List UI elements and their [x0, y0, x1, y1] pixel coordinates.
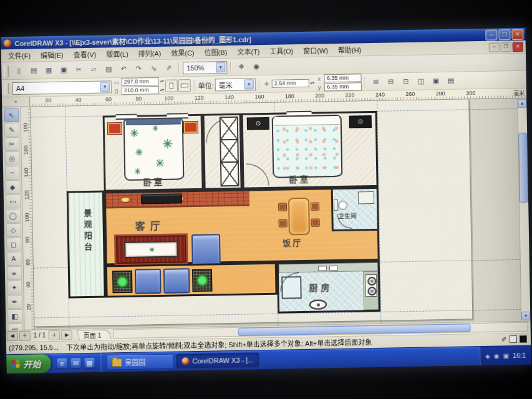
- bathroom-room[interactable]: 卫生间: [331, 187, 379, 231]
- close-icon[interactable]: ✕: [511, 29, 523, 39]
- snap-to-objects-icon[interactable]: ⊡: [399, 74, 413, 88]
- spinner-arrows-icon[interactable]: ▴▾: [160, 89, 164, 92]
- paper-size-combo[interactable]: A4 ▾: [12, 80, 112, 95]
- bedroom-right-label[interactable]: 卧室: [289, 173, 310, 186]
- spinner-arrows-icon[interactable]: ▴▾: [160, 80, 164, 83]
- menu-item[interactable]: 版面(L): [102, 47, 133, 60]
- tv-cabinet[interactable]: [141, 193, 182, 204]
- text-tool-icon[interactable]: A: [6, 252, 21, 266]
- restore-icon[interactable]: ❐: [498, 29, 510, 40]
- bed-left[interactable]: [123, 117, 185, 181]
- task-button-folder[interactable]: 吴园园: [106, 354, 173, 370]
- last-page-icon[interactable]: ▶: [61, 330, 72, 340]
- balcony-room[interactable]: 景观阳台: [67, 191, 106, 299]
- dining-chair[interactable]: [311, 203, 319, 211]
- living-room-label[interactable]: 客厅: [135, 218, 165, 233]
- menu-item[interactable]: 帮助(H): [334, 43, 366, 56]
- paper-height-field[interactable]: 210.0 mm: [122, 86, 159, 95]
- dining-chair[interactable]: [278, 203, 287, 211]
- network-tray-icon[interactable]: ▣: [503, 352, 509, 359]
- bedroom-left-label[interactable]: 卧室: [143, 175, 164, 188]
- page-tab[interactable]: 页面 1: [77, 329, 112, 340]
- bathroom-label[interactable]: 卫生间: [338, 211, 357, 220]
- smart-fill-tool-icon[interactable]: ◆: [5, 180, 20, 194]
- rectangle-tool-icon[interactable]: ▭: [5, 195, 20, 208]
- corel-online-icon[interactable]: ◉: [249, 60, 263, 74]
- cut-icon[interactable]: ✂: [72, 63, 85, 77]
- mail-icon[interactable]: ✉: [70, 358, 80, 368]
- nudge-field[interactable]: 2.54 mm: [272, 79, 309, 88]
- zoom-tool-icon[interactable]: ◎: [4, 151, 19, 165]
- outline-tool-icon[interactable]: ✒: [7, 295, 22, 309]
- copy-icon[interactable]: ▱: [87, 62, 100, 76]
- combo-arrow-icon[interactable]: ▾: [244, 79, 254, 89]
- bedroom-right-room[interactable]: ⊙ ⊙ 卧室: [241, 111, 379, 190]
- duplicate-x-field[interactable]: 6.35 mm: [324, 74, 362, 82]
- living-sofa-row[interactable]: [105, 262, 278, 298]
- wardrobe[interactable]: [220, 117, 239, 187]
- shape-tool-icon[interactable]: ✎: [4, 123, 19, 137]
- add-page-before-icon[interactable]: ＋: [19, 330, 31, 340]
- dining-room-label[interactable]: 饭厅: [283, 236, 302, 249]
- vertical-scroll-thumb[interactable]: [518, 133, 528, 203]
- menu-item[interactable]: 位图(B): [200, 46, 231, 59]
- drawing-canvas[interactable]: 景观阳台: [31, 99, 521, 330]
- bedroom-left-room[interactable]: 卧室: [103, 114, 204, 192]
- menu-item[interactable]: 排列(A): [134, 47, 166, 60]
- spinner-arrows-icon[interactable]: ▴▾: [311, 82, 314, 85]
- ellipse-tool-icon[interactable]: ◯: [6, 209, 21, 223]
- new-icon[interactable]: ▯: [12, 64, 26, 77]
- menu-item[interactable]: 查看(V): [69, 48, 100, 61]
- snap-to-guides-icon[interactable]: ⊟: [384, 75, 398, 89]
- combo-arrow-icon[interactable]: ▾: [100, 82, 110, 92]
- floorplan-drawing[interactable]: 景观阳台: [65, 111, 381, 317]
- wardrobe-cabinet-icon[interactable]: ⊙: [247, 117, 269, 130]
- print-icon[interactable]: ▣: [57, 63, 70, 77]
- kitchen-side-counter[interactable]: [363, 271, 379, 310]
- freehand-tool-icon[interactable]: ~: [4, 166, 19, 180]
- dynamic-guides-icon[interactable]: ◫: [414, 74, 428, 88]
- menu-item[interactable]: 效果(C): [167, 46, 199, 59]
- paste-icon[interactable]: ▨: [102, 62, 115, 76]
- export-icon[interactable]: ⇗: [162, 61, 175, 75]
- first-page-icon[interactable]: ◀: [7, 330, 18, 340]
- doc-close-icon[interactable]: ✕: [513, 42, 523, 51]
- wardrobe-cabinet-icon[interactable]: ⊙: [349, 115, 372, 128]
- pick-tool-icon[interactable]: ↖: [4, 108, 19, 122]
- sofa-cushion[interactable]: [135, 269, 162, 294]
- undo-icon[interactable]: ↶: [117, 62, 130, 75]
- units-combo[interactable]: 毫米 ▾: [215, 78, 256, 91]
- interactive-blend-tool-icon[interactable]: ≡: [6, 266, 21, 280]
- landscape-icon[interactable]: [178, 79, 191, 92]
- dining-chair[interactable]: [279, 219, 288, 227]
- ie-icon[interactable]: e: [57, 358, 67, 368]
- volume-tray-icon[interactable]: ◉: [494, 352, 500, 359]
- eyedropper-tool-icon[interactable]: ✦: [7, 281, 22, 294]
- menu-item[interactable]: 窗口(W): [299, 44, 332, 57]
- draw-complex-icon[interactable]: ▤: [444, 74, 458, 87]
- nightstand[interactable]: [107, 122, 122, 135]
- menu-item[interactable]: 编辑(E): [36, 49, 68, 62]
- doc-minimize-icon[interactable]: ─: [489, 42, 500, 52]
- dining-table[interactable]: [288, 198, 310, 236]
- crop-tool-icon[interactable]: ✂: [4, 137, 19, 151]
- basic-shapes-tool-icon[interactable]: ◻: [6, 238, 21, 251]
- app-launcher-icon[interactable]: ❖: [235, 60, 248, 74]
- washbasin[interactable]: [358, 191, 374, 204]
- fill-tool-icon[interactable]: ◧: [7, 309, 22, 323]
- kitchen-basin[interactable]: [309, 299, 327, 309]
- add-page-after-icon[interactable]: ＋: [49, 330, 60, 340]
- menu-item[interactable]: 文件(F): [4, 49, 35, 62]
- portrait-icon[interactable]: [165, 79, 178, 92]
- living-rug[interactable]: [114, 233, 188, 266]
- tv-feature-wall[interactable]: [106, 191, 249, 208]
- stove[interactable]: [365, 274, 377, 297]
- open-icon[interactable]: ▤: [27, 64, 41, 77]
- minimize-icon[interactable]: ─: [485, 29, 497, 40]
- nightstand[interactable]: [183, 121, 198, 133]
- redo-icon[interactable]: ↷: [132, 62, 145, 75]
- toolbar-grip[interactable]: [4, 65, 9, 77]
- scroll-down-icon[interactable]: ▼: [521, 312, 530, 320]
- menu-item[interactable]: 文本(T): [233, 45, 264, 58]
- ruler-origin-icon[interactable]: ⌖: [2, 97, 30, 107]
